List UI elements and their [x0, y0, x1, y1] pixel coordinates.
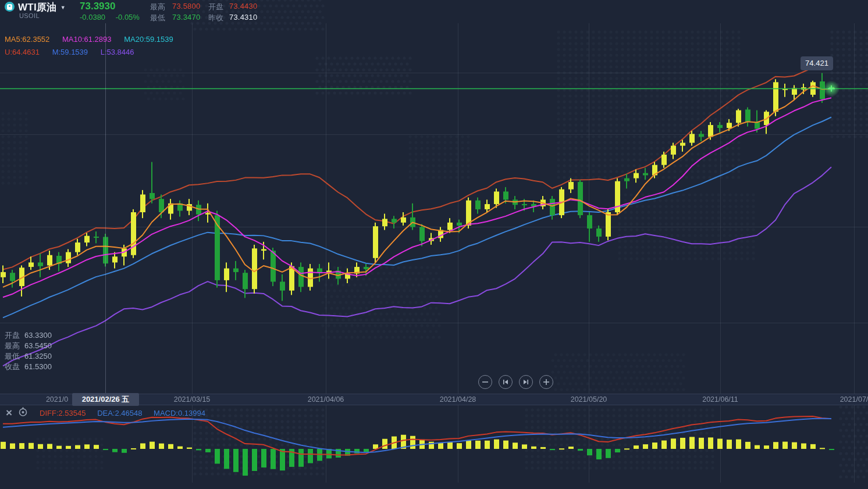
chevron-down-icon: ▼: [61, 5, 66, 10]
change-percent: -0.05%: [116, 13, 140, 22]
diff-value: DIFF:2.53545: [40, 409, 86, 417]
time-tick-label: 2021/0: [46, 394, 68, 406]
stat-label: 昨收: [208, 13, 223, 23]
time-tick-label: 2021/04/28: [440, 394, 476, 406]
time-tick-label: 2021/03/15: [174, 394, 211, 406]
instrument-logo-icon: [5, 2, 15, 12]
macd-value: MACD:0.13994: [154, 409, 205, 417]
symbol-name: WTI原油: [18, 2, 57, 13]
stat-label: 最低: [150, 13, 165, 23]
stat-value: 73.3470: [172, 13, 200, 22]
ma-legend: MA5:62.3552 MA10:61.2893 MA20:59.1539: [5, 35, 184, 44]
trading-app: { "header": { "symbol": "WTI原油", "code":…: [0, 0, 868, 489]
ma10-value: MA10:61.2893: [62, 35, 112, 44]
stat-label: 开盘: [208, 2, 223, 12]
last-price: 73.3930: [80, 1, 115, 12]
indicator-settings-icon[interactable]: [18, 407, 28, 419]
stat-value: 73.4310: [229, 13, 257, 22]
stat-value: 73.4430: [229, 2, 257, 10]
time-tick-label: 2021/06/11: [702, 394, 738, 406]
macd-legend: DIFF:2.53545 DEA:2.46548 MACD:0.13994: [40, 409, 215, 417]
zoom-in-button[interactable]: [539, 375, 553, 389]
ma20-value: MA20:59.1539: [124, 35, 173, 44]
crosshair-date-label: 2021/02/26 五: [72, 393, 139, 406]
ohlc-row: 收盘61.5300: [5, 362, 52, 372]
ma5-value: MA5:62.3552: [5, 35, 49, 44]
pan-end-button[interactable]: [519, 375, 533, 389]
time-tick-label: 2021/07/: [840, 394, 868, 406]
boll-middle-value: M:59.1539: [52, 48, 88, 56]
symbol-code: USOIL: [19, 12, 40, 19]
boll-legend: U:64.4631 M:59.1539 L:53.8446: [5, 48, 145, 56]
time-tick-label: 2021/05/20: [571, 394, 607, 406]
high-price-marker: 74.421: [801, 56, 833, 70]
ohlc-row: 最高63.5450: [5, 341, 52, 351]
close-indicator-icon[interactable]: ×: [6, 408, 12, 418]
hover-ohlc-panel: 开盘63.3300最高63.5450最低61.3250收盘61.5300: [5, 330, 52, 372]
ohlc-row: 开盘63.3300: [5, 330, 52, 341]
price-change: -0.0380 -0.05%: [80, 13, 140, 22]
change-value: -0.0380: [80, 13, 105, 22]
chart-nav-controls: [478, 375, 553, 391]
time-tick-label: 2021/04/06: [308, 394, 344, 406]
pan-start-button[interactable]: [499, 375, 513, 389]
dea-value: DEA:2.46548: [97, 409, 142, 417]
boll-upper-value: U:64.4631: [5, 48, 40, 56]
zoom-out-button[interactable]: [478, 375, 492, 389]
stat-label: 最高: [150, 2, 165, 12]
stat-value: 73.5800: [172, 2, 200, 10]
boll-lower-value: L:53.8446: [101, 48, 134, 56]
ohlc-row: 最低61.3250: [5, 351, 52, 362]
